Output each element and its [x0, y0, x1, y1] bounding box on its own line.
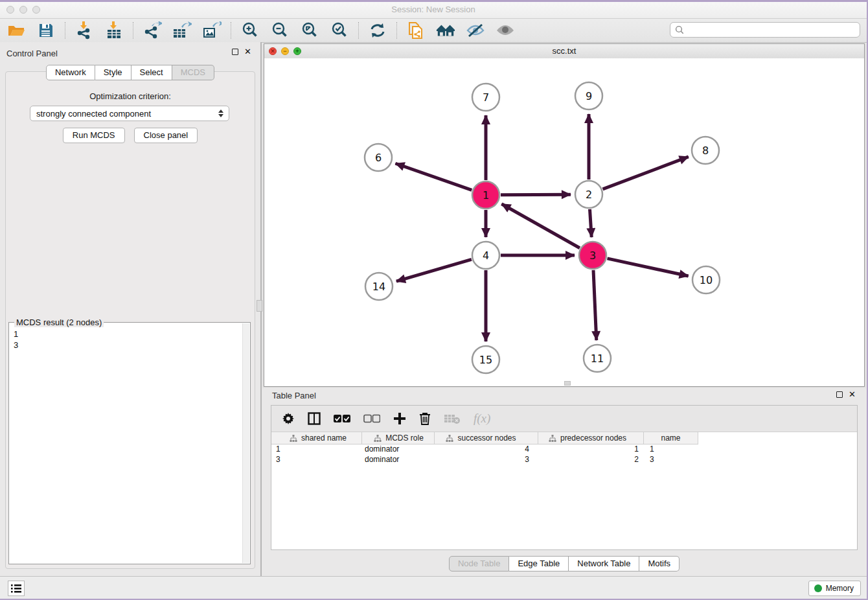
- new-network-from-selection-icon[interactable]: [406, 21, 426, 40]
- close-panel-icon[interactable]: ✕: [244, 49, 251, 55]
- search-icon: [675, 25, 684, 34]
- column-label: predecessor nodes: [560, 433, 626, 443]
- search-input[interactable]: [687, 24, 860, 36]
- run-mcds-button[interactable]: Run MCDS: [63, 128, 125, 143]
- dropdown-stepper-icon: [216, 110, 226, 117]
- tab-style[interactable]: Style: [95, 65, 131, 80]
- function-builder-icon[interactable]: f(x): [474, 411, 490, 426]
- criterion-dropdown-value: strongly connected component: [30, 109, 216, 119]
- graph-edge-3-10[interactable]: [607, 259, 688, 276]
- application-window: Session: New Session: [0, 2, 867, 599]
- graph-node-label: 6: [375, 152, 382, 164]
- network-window-titlebar[interactable]: ✕ − + scc.txt: [264, 44, 864, 59]
- network-resize-handle[interactable]: [564, 381, 571, 386]
- column-view-icon[interactable]: [308, 411, 321, 426]
- add-column-plus-icon[interactable]: [393, 411, 406, 426]
- column-header-predecessor-nodes[interactable]: predecessor nodes: [538, 432, 644, 444]
- graph-node-label: 8: [702, 144, 709, 157]
- tab-select[interactable]: Select: [131, 65, 172, 80]
- tab-mcds[interactable]: MCDS: [172, 65, 214, 80]
- table-panel: Table Panel ✕: [264, 387, 865, 577]
- float-panel-icon[interactable]: [232, 49, 238, 55]
- graph-node-label: 10: [700, 274, 713, 286]
- close-table-panel-icon[interactable]: ✕: [849, 391, 856, 398]
- show-all-eye-icon[interactable]: [496, 21, 515, 40]
- table-row[interactable]: 1 dominator 4 1 1: [271, 444, 857, 455]
- open-session-icon[interactable]: [6, 21, 26, 40]
- mcds-panel: Optimization criterion: strongly connect…: [5, 71, 255, 569]
- refresh-icon[interactable]: [368, 21, 387, 40]
- export-image-icon[interactable]: [202, 21, 222, 40]
- column-header-name[interactable]: name: [644, 432, 698, 444]
- graph-edge-2-8[interactable]: [603, 157, 689, 189]
- column-header-shared-name[interactable]: shared name: [271, 432, 362, 444]
- cell-successor-nodes[interactable]: 3: [435, 455, 538, 465]
- mcds-result-title: MCDS result (2 nodes): [14, 317, 104, 327]
- task-history-button[interactable]: [8, 581, 25, 596]
- network-canvas[interactable]: 7968124314101511: [264, 58, 864, 386]
- control-panel-title: Control Panel: [6, 49, 58, 58]
- delete-table-icon[interactable]: [444, 411, 461, 426]
- zoom-in-icon[interactable]: [240, 21, 260, 40]
- export-table-icon[interactable]: [172, 21, 192, 40]
- zoom-selected-icon[interactable]: [330, 21, 349, 40]
- graph-edge-2-3[interactable]: [589, 209, 591, 237]
- column-header-mcds-role[interactable]: MCDS role: [362, 432, 435, 444]
- network-window-title: scc.txt: [264, 46, 864, 56]
- zoom-fit-icon[interactable]: [300, 21, 319, 40]
- close-panel-button[interactable]: Close panel: [134, 128, 198, 143]
- memory-button[interactable]: Memory: [808, 581, 861, 596]
- table-row[interactable]: 3 dominator 3 2 3: [271, 455, 857, 465]
- graph-node-label: 3: [589, 249, 596, 262]
- hide-selected-eye-slash-icon[interactable]: [466, 21, 485, 40]
- graph-node-label: 11: [591, 352, 604, 365]
- cell-mcds-role[interactable]: dominator: [362, 444, 435, 455]
- tab-edge-table[interactable]: Edge Table: [509, 556, 569, 571]
- float-table-panel-icon[interactable]: [836, 391, 843, 398]
- graph-edge-4-14[interactable]: [396, 259, 472, 281]
- delete-trash-icon[interactable]: [419, 411, 431, 426]
- cell-shared-name[interactable]: 1: [271, 444, 362, 455]
- criterion-dropdown[interactable]: strongly connected component: [30, 106, 229, 121]
- splitter-handle[interactable]: [257, 300, 262, 312]
- cell-mcds-role[interactable]: dominator: [362, 455, 435, 465]
- memory-label: Memory: [826, 584, 854, 593]
- tab-node-table[interactable]: Node Table: [449, 556, 510, 571]
- status-bar: Memory: [0, 576, 867, 599]
- graph-node-label: 4: [483, 249, 489, 262]
- graph-edge-1-6[interactable]: [395, 163, 472, 190]
- graph-node-label: 2: [586, 189, 592, 201]
- main-toolbar: [0, 19, 867, 43]
- deselect-all-icon[interactable]: [363, 411, 380, 426]
- save-session-icon[interactable]: [36, 21, 56, 40]
- column-header-successor-nodes[interactable]: successor nodes: [435, 432, 538, 444]
- export-network-icon[interactable]: [143, 21, 162, 40]
- select-all-icon[interactable]: [334, 411, 350, 426]
- tab-network[interactable]: Network: [46, 65, 95, 80]
- search-box[interactable]: [670, 22, 860, 38]
- graph-edge-3-1[interactable]: [501, 204, 580, 248]
- optimization-criterion-label: Optimization criterion:: [6, 91, 255, 101]
- cell-name[interactable]: 1: [644, 444, 698, 455]
- cell-successor-nodes[interactable]: 4: [435, 444, 538, 455]
- tab-motifs[interactable]: Motifs: [639, 556, 680, 571]
- graph-edge-3-11[interactable]: [593, 270, 597, 340]
- cell-shared-name[interactable]: 3: [271, 455, 362, 465]
- column-label: successor nodes: [457, 433, 516, 443]
- first-neighbors-houses-icon[interactable]: [436, 21, 455, 40]
- mcds-result-box: MCDS result (2 nodes) 1 3: [8, 322, 251, 564]
- column-label: MCDS role: [385, 433, 424, 443]
- import-network-icon[interactable]: [74, 21, 94, 40]
- cell-name[interactable]: 3: [644, 455, 698, 465]
- memory-status-dot: [814, 584, 822, 592]
- graph-edge-1-2[interactable]: [501, 194, 571, 195]
- result-scrollbar[interactable]: [242, 323, 249, 563]
- import-table-icon[interactable]: [104, 21, 124, 40]
- window-title: Session: New Session: [0, 5, 867, 14]
- cell-predecessor-nodes[interactable]: 2: [538, 455, 644, 465]
- zoom-out-icon[interactable]: [270, 21, 290, 40]
- tab-network-table[interactable]: Network Table: [569, 556, 639, 571]
- table-settings-gear-icon[interactable]: [282, 411, 295, 426]
- control-panel: Control Panel ✕ Network Style Select MCD…: [0, 42, 260, 577]
- cell-predecessor-nodes[interactable]: 1: [538, 444, 644, 455]
